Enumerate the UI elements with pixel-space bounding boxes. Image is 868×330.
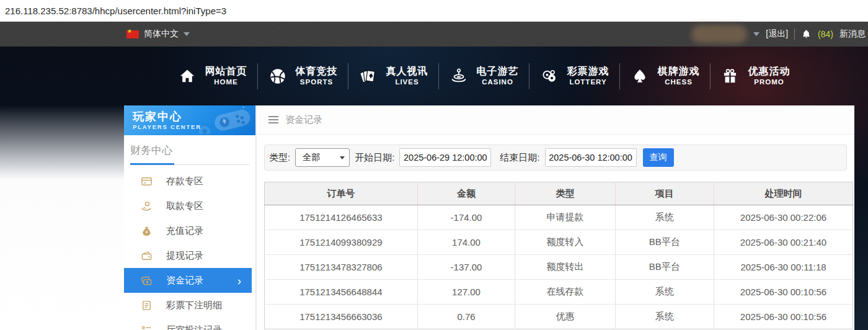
cell-order-id: 1751213456663036: [265, 305, 418, 329]
type-select-value: 全部: [303, 152, 320, 163]
nav-item-home[interactable]: 网站首页HOME: [167, 65, 257, 86]
user-avatar-blurred[interactable]: [691, 25, 747, 43]
sidebar-item-label: 存款专区: [166, 176, 203, 187]
cell-amount: -174.00: [417, 205, 515, 230]
nav-item-lottery[interactable]: 彩票游戏LOTTERY: [529, 65, 619, 86]
cell-type: 在线存款: [515, 280, 615, 305]
nav-title: 棋牌游戏: [658, 65, 700, 78]
cell-time: 2025-06-30 00:10:56: [714, 305, 853, 329]
type-label: 类型:: [269, 152, 290, 164]
nav-subtitle: PROMO: [754, 78, 784, 86]
cell-amount: 0.76: [417, 305, 515, 329]
cell-order-id: 1751214126465633: [265, 205, 418, 230]
cell-type: 优惠: [515, 305, 615, 329]
nav-title: 电子游艺: [477, 65, 519, 78]
basketball-icon: [268, 66, 288, 86]
end-date-input[interactable]: [545, 148, 637, 167]
cell-project: 系统: [615, 205, 714, 230]
type-select[interactable]: 全部: [295, 148, 350, 167]
table-row: 1751214099380929 174.00 额度转入 BB平台 2025-0…: [265, 230, 853, 255]
nav-title: 网站首页: [205, 65, 247, 78]
cell-order-id: 1751214099380929: [265, 230, 418, 255]
sidebar-item-label: 彩票下注明细: [166, 300, 222, 311]
nav-subtitle: CHESS: [665, 78, 693, 86]
cashout-record-icon: [141, 250, 153, 262]
cell-type: 额度转入: [515, 230, 615, 255]
gamepad-icon: [197, 107, 254, 135]
cell-project: BB平台: [615, 255, 714, 280]
svg-text:¥: ¥: [146, 230, 148, 234]
recharge-record-icon: ¥: [141, 225, 153, 237]
table-row: 1751213456663036 0.76 优惠 系统 2025-06-30 0…: [265, 305, 853, 329]
breadcrumb: 资金记录: [257, 105, 854, 135]
sidebar-item-withdraw[interactable]: 取款专区: [124, 194, 255, 218]
table-row: 1751213478327806 -137.00 额度转出 BB平台 2025-…: [265, 255, 853, 280]
sidebar-item-lottery-bet-detail[interactable]: 彩票下注明细: [124, 293, 255, 318]
nav-item-casino[interactable]: 电子游艺CASINO: [439, 65, 529, 86]
funds-record-table: 订单号 金额 类型 项目 处理时间 1751214126465633 -174.…: [264, 182, 853, 329]
room-bets-icon: [141, 324, 153, 330]
cell-type: 申请提款: [515, 205, 615, 230]
cell-time: 2025-06-30 00:11:18: [714, 255, 853, 280]
language-selector[interactable]: ★ 简体中文: [126, 22, 190, 47]
chevron-down-icon[interactable]: [753, 32, 760, 36]
spade-icon: [630, 66, 650, 86]
url-text: 216.118.235.52:8783/hhcp/usercenter.html…: [5, 6, 226, 16]
chevron-down-icon: [340, 156, 345, 159]
page-title: 资金记录: [285, 114, 322, 126]
nav-subtitle: CASINO: [482, 78, 513, 86]
cell-order-id: 1751213456648844: [265, 280, 418, 305]
menu-icon[interactable]: [268, 116, 278, 123]
main-nav: 网站首页HOME 体育竞技SPORTS 真人视讯LIVES: [0, 47, 868, 105]
table-header-row: 订单号 金额 类型 项目 处理时间: [265, 182, 853, 205]
sidebar-item-label: 资金记录: [166, 275, 203, 287]
bell-icon[interactable]: [801, 29, 812, 40]
main-content: 资金记录 类型: 全部 开始日期: 结束日期: 查询 订单号 金额 类型 项目: [256, 105, 854, 330]
background-fade: [0, 105, 124, 330]
nav-subtitle: SPORTS: [300, 78, 333, 86]
sidebar-item-funds-record[interactable]: 资金记录 ›: [124, 268, 252, 293]
language-label: 简体中文: [144, 29, 179, 40]
cell-order-id: 1751213478327806: [265, 255, 418, 280]
end-date-label: 结束日期:: [500, 152, 539, 164]
col-header-time: 处理时间: [714, 182, 853, 205]
user-group: [退出] (84) 新消息: [691, 22, 866, 47]
nav-title: 优惠活动: [748, 65, 790, 78]
table-row: 1751213456648844 127.00 在线存款 系统 2025-06-…: [265, 280, 853, 305]
nav-item-chess[interactable]: 棋牌游戏CHESS: [620, 65, 710, 86]
home-icon: [177, 66, 197, 86]
sidebar-item-deposit[interactable]: 存款专区: [124, 169, 255, 194]
sidebar-item-recharge-record[interactable]: ¥ 充值记录: [124, 218, 255, 243]
new-messages-link[interactable]: 新消息: [839, 29, 866, 40]
cell-time: 2025-06-30 00:21:40: [714, 230, 853, 255]
lottery-balls-icon: [539, 66, 559, 86]
logout-button[interactable]: [退出]: [766, 29, 788, 40]
sidebar-header: 玩家中心 PLAYERS CENTER: [124, 105, 255, 135]
roulette-icon: [449, 66, 469, 86]
nav-subtitle: HOME: [214, 78, 238, 86]
sidebar-item-room-bet-record[interactable]: 厅室投注记录: [124, 318, 255, 330]
cell-amount: 127.00: [417, 280, 515, 305]
filter-bar: 类型: 全部 开始日期: 结束日期: 查询: [264, 145, 847, 171]
nav-title: 体育竞技: [296, 65, 338, 78]
deposit-icon: [141, 176, 153, 187]
cards-icon: [358, 66, 378, 86]
cell-type: 额度转出: [515, 255, 615, 280]
nav-item-lives[interactable]: 真人视讯LIVES: [348, 65, 438, 86]
search-button[interactable]: 查询: [643, 148, 674, 167]
start-date-input[interactable]: [399, 148, 491, 167]
col-header-order-id: 订单号: [265, 182, 418, 205]
sidebar-item-cashout-record[interactable]: 提现记录: [124, 243, 255, 268]
nav-title: 真人视讯: [386, 65, 428, 78]
lottery-detail-icon: [141, 300, 153, 311]
nav-item-sports[interactable]: 体育竞技SPORTS: [258, 65, 348, 86]
sidebar-item-label: 取款专区: [166, 200, 203, 212]
sidebar-item-label: 厅室投注记录: [166, 324, 222, 330]
nav-item-promo[interactable]: 优惠活动PROMO: [711, 65, 800, 86]
chevron-down-icon: [184, 32, 190, 36]
col-header-amount: 金额: [417, 182, 515, 205]
browser-address-bar[interactable]: 216.118.235.52:8783/hhcp/usercenter.html…: [0, 0, 868, 22]
cell-project: 系统: [615, 305, 714, 329]
start-date-label: 开始日期:: [355, 152, 394, 164]
page: 216.118.235.52:8783/hhcp/usercenter.html…: [0, 0, 868, 330]
